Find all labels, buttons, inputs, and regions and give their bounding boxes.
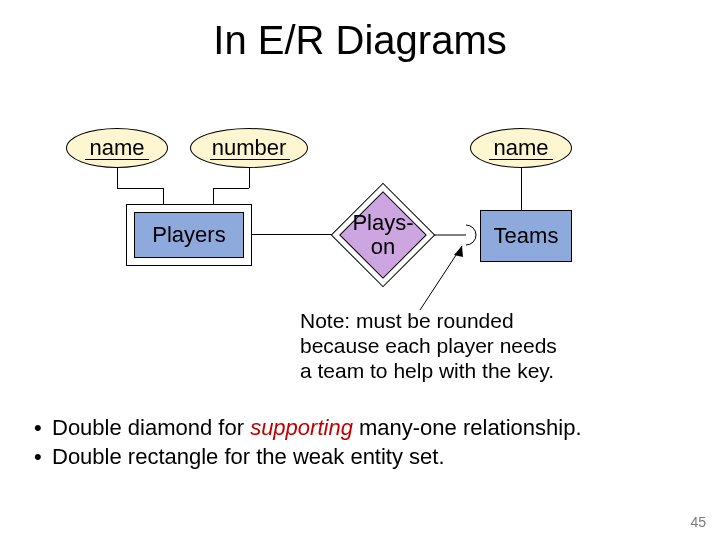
bullet-1-pre: Double diamond for: [52, 415, 250, 440]
attr-team-name: name: [470, 128, 572, 168]
attr-player-number: number: [190, 128, 308, 168]
bullet-2: • Double rectangle for the weak entity s…: [34, 443, 694, 472]
bullet-dot-icon: •: [34, 414, 52, 443]
attr-player-name-label: name: [89, 135, 144, 161]
bullet-dot-icon: •: [34, 443, 52, 472]
underline-team-name: [489, 159, 553, 160]
note-arrow-icon: [410, 238, 480, 318]
bullet-1-em: supporting: [250, 415, 353, 440]
page-number: 45: [690, 514, 706, 530]
bullet-2-text: Double rectangle for the weak entity set…: [52, 443, 445, 472]
attr-player-name: name: [66, 128, 168, 168]
bullet-1-text: Double diamond for supporting many-one r…: [52, 414, 582, 443]
note-line2: because each player needs: [300, 333, 640, 358]
line-number-players-h: [213, 188, 249, 189]
line-number-players-v: [249, 168, 250, 188]
bullet-1-post: many-one relationship.: [353, 415, 582, 440]
note-text: Note: must be rounded because each playe…: [300, 308, 640, 384]
line-name-players-v: [117, 168, 118, 188]
note-line1: Note: must be rounded: [300, 308, 640, 333]
underline-player-name: [85, 159, 149, 160]
note-line3: a team to help with the key.: [300, 358, 640, 383]
line-name-teams: [521, 168, 522, 210]
line-players-playson: [252, 234, 332, 235]
attr-player-number-label: number: [212, 135, 287, 161]
attr-team-name-label: name: [493, 135, 548, 161]
svg-line-1: [420, 246, 462, 310]
players-label: Players: [152, 222, 225, 248]
line-name-players-h: [117, 188, 163, 189]
teams-label: Teams: [494, 223, 559, 249]
slide: In E/R Diagrams name number name Players…: [0, 0, 720, 540]
bullet-1: • Double diamond for supporting many-one…: [34, 414, 694, 443]
underline-player-number: [210, 159, 290, 160]
slide-title: In E/R Diagrams: [0, 18, 720, 63]
teams-entity: Teams: [480, 210, 572, 262]
bullet-list: • Double diamond for supporting many-one…: [34, 414, 694, 471]
players-entity: Players: [134, 212, 244, 258]
